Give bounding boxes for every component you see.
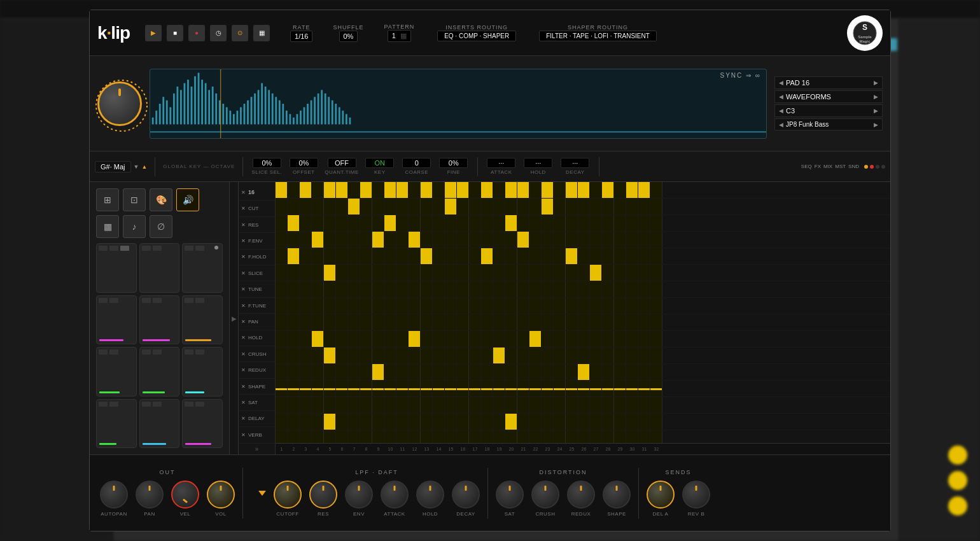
seq-cell[interactable] — [312, 232, 324, 248]
seq-cell[interactable] — [457, 298, 469, 314]
seq-cell[interactable] — [445, 248, 457, 264]
seq-cell[interactable] — [638, 397, 650, 413]
seq-cell[interactable] — [602, 199, 614, 214]
seq-cell[interactable] — [638, 331, 650, 347]
seq-cell[interactable] — [288, 298, 300, 314]
seq-cell[interactable] — [276, 381, 288, 397]
seq-cell[interactable] — [300, 364, 312, 380]
seq-cell[interactable] — [638, 348, 650, 363]
key-value[interactable]: ON — [365, 158, 394, 168]
seq-cell[interactable] — [626, 248, 638, 264]
pad-4[interactable] — [96, 295, 137, 345]
seq-cell[interactable] — [626, 265, 638, 281]
seq-cell[interactable] — [554, 232, 566, 248]
seq-cell[interactable] — [409, 348, 421, 363]
seq-cell[interactable] — [445, 215, 457, 231]
seq-cell[interactable] — [409, 281, 421, 297]
seq-cell[interactable] — [469, 414, 481, 430]
seq-cell[interactable] — [288, 430, 300, 443]
seq-cell[interactable] — [324, 348, 336, 363]
pan-knob[interactable] — [136, 481, 164, 509]
seq-cell[interactable] — [614, 397, 626, 413]
clock-button[interactable]: ◷ — [210, 25, 227, 41]
seq-cell[interactable] — [384, 314, 396, 330]
seq-cell[interactable] — [626, 298, 638, 314]
pad-11[interactable] — [139, 399, 180, 449]
seq-cell[interactable] — [650, 348, 662, 363]
seq-cell[interactable] — [336, 232, 348, 248]
seq-cell[interactable] — [517, 248, 529, 264]
seq-cell[interactable] — [542, 397, 554, 413]
seq-cell[interactable] — [590, 182, 602, 198]
seq-cell[interactable] — [554, 414, 566, 430]
seq-cell[interactable] — [602, 281, 614, 297]
seq-cell[interactable] — [590, 248, 602, 264]
decay-bottom-knob[interactable] — [452, 481, 480, 509]
seq-cell[interactable] — [650, 381, 662, 397]
seq-cell[interactable] — [372, 430, 384, 443]
redux-knob[interactable] — [567, 481, 595, 509]
seq-cell[interactable] — [421, 248, 433, 264]
seq-cell[interactable] — [409, 182, 421, 198]
seq-cell[interactable] — [409, 314, 421, 330]
seq-cell[interactable] — [421, 215, 433, 231]
seq-cell[interactable] — [650, 199, 662, 214]
hold-bottom-knob[interactable] — [416, 481, 444, 509]
seq-cell[interactable] — [614, 414, 626, 430]
seq-cell[interactable] — [336, 397, 348, 413]
seq-cell[interactable] — [324, 314, 336, 330]
seq-cell[interactable] — [312, 331, 324, 347]
seq-cell[interactable] — [505, 331, 517, 347]
preset-note[interactable]: ◀ C3 ▶ — [774, 104, 883, 117]
seq-cell[interactable] — [493, 331, 505, 347]
seq-cell[interactable] — [348, 348, 360, 363]
seq-cell[interactable] — [626, 232, 638, 248]
seq-cell[interactable] — [312, 348, 324, 363]
seq-cell[interactable] — [578, 381, 590, 397]
seq-cell[interactable] — [384, 397, 396, 413]
seq-cell[interactable] — [288, 281, 300, 297]
seq-cell[interactable] — [348, 314, 360, 330]
seq-cell[interactable] — [517, 281, 529, 297]
seq-cell[interactable] — [396, 314, 409, 330]
pad-9[interactable] — [182, 347, 223, 397]
seq-cell[interactable] — [360, 331, 372, 347]
seq-cell[interactable] — [372, 414, 384, 430]
seq-cell[interactable] — [360, 232, 372, 248]
seq-cell[interactable] — [312, 182, 324, 198]
seq-cell[interactable] — [614, 215, 626, 231]
seq-cell[interactable] — [517, 348, 529, 363]
seq-cell[interactable] — [554, 215, 566, 231]
seq-cell[interactable] — [312, 298, 324, 314]
seq-cell[interactable] — [396, 182, 409, 198]
seq-cell[interactable] — [517, 232, 529, 248]
play-button[interactable]: ▶ — [145, 25, 162, 41]
seq-cell[interactable] — [590, 348, 602, 363]
piano-view-btn[interactable]: ▦ — [96, 215, 119, 238]
seq-cell[interactable] — [590, 397, 602, 413]
seq-cell[interactable] — [372, 314, 384, 330]
seq-cell[interactable] — [324, 397, 336, 413]
seq-cell[interactable] — [517, 414, 529, 430]
seq-cell[interactable] — [650, 281, 662, 297]
seq-cell[interactable] — [505, 265, 517, 281]
seq-cell[interactable] — [602, 430, 614, 443]
seq-cell[interactable] — [517, 265, 529, 281]
seq-cell[interactable] — [421, 397, 433, 413]
seq-cell[interactable] — [542, 248, 554, 264]
audio-view-btn[interactable]: 🔊 — [176, 188, 199, 211]
seq-cell[interactable] — [445, 331, 457, 347]
shaper-routing-value[interactable]: FILTER · TAPE · LOFI · TRANSIENT — [539, 31, 657, 41]
seq-cell[interactable] — [529, 182, 542, 198]
seq-cell[interactable] — [409, 364, 421, 380]
seq-cell[interactable] — [300, 182, 312, 198]
seq-cell[interactable] — [554, 298, 566, 314]
seq-cell[interactable] — [638, 215, 650, 231]
seq-cell[interactable] — [542, 182, 554, 198]
seq-cell[interactable] — [300, 199, 312, 214]
seq-cell[interactable] — [469, 199, 481, 214]
seq-cell[interactable] — [650, 182, 662, 198]
seq-cell[interactable] — [566, 215, 578, 231]
seq-cell[interactable] — [650, 248, 662, 264]
crush-knob[interactable] — [531, 481, 559, 509]
